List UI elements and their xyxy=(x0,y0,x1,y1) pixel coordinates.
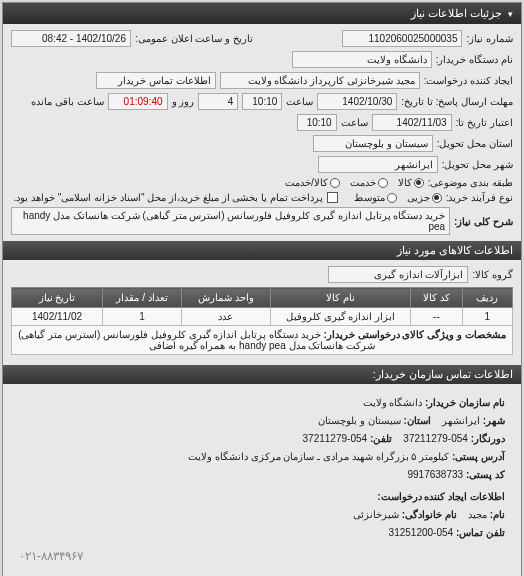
group-label: گروه کالا: xyxy=(472,269,513,280)
remain-label: ساعت باقی مانده xyxy=(31,96,104,107)
announce-value: 1402/10/26 - 08:42 xyxy=(11,30,131,47)
radio-dot-icon xyxy=(432,193,442,203)
items-table: ردیف کد کالا نام کالا واحد شمارش تعداد /… xyxy=(11,287,513,355)
cell-unit: عدد xyxy=(182,308,271,326)
response-time: 10:10 xyxy=(242,93,282,110)
contact-info-block: نام سازمان خریدار: دانشگاه ولایت شهر: ای… xyxy=(11,390,513,572)
group-value: ابزارآلات اندازه گیری xyxy=(328,266,468,283)
remain-value: 01:09:40 xyxy=(108,93,168,110)
radio-buy-low-label: متوسط xyxy=(354,192,385,203)
c-city-label: شهر: xyxy=(483,415,505,426)
radio-service-label: خدمت xyxy=(350,177,376,188)
th-qty: تعداد / مقدار xyxy=(103,288,182,308)
req-no-value: 1102060025000035 xyxy=(342,30,462,47)
announce-label: تاریخ و ساعت اعلان عمومی: xyxy=(135,33,253,44)
buyer-org-value: دانشگاه ولایت xyxy=(292,51,432,68)
time-label-1: ساعت xyxy=(286,96,313,107)
panel-header: ▾ جزئیات اطلاعات نیاز xyxy=(3,3,521,24)
radio-lc[interactable]: کالا/خدمت xyxy=(285,177,340,188)
c-org-value: دانشگاه ولایت xyxy=(363,397,423,408)
radio-dot-icon xyxy=(378,178,388,188)
city-value: ایرانشهر xyxy=(318,156,438,173)
contact-section-title: اطلاعات تماس سازمان خریدار: xyxy=(3,365,521,384)
radio-buy-mid-label: جزیی xyxy=(407,192,430,203)
c-postal-label: کد پستی: xyxy=(466,469,505,480)
c-address-value: کیلومتر ۵ بزرگراه شهید مرادی ـ سازمان مر… xyxy=(188,451,449,462)
c-tel-value: 054-31251200 xyxy=(389,527,454,538)
province-label: استان محل تحویل: xyxy=(437,138,513,149)
footer-phone: ۰۲۱-۸۸۳۴۹۶۷ xyxy=(19,546,505,568)
radio-goods[interactable]: کالا xyxy=(398,177,424,188)
table-detail-row: مشخصات و ویژگی کالای درخواستی خریدار: خر… xyxy=(12,326,513,355)
buyer-contact-chip[interactable]: اطلاعات تماس خریدار xyxy=(96,72,216,89)
panel-title: جزئیات اطلاعات نیاز xyxy=(411,7,502,20)
c-phone-value: 054-37211279 xyxy=(303,433,368,444)
c-surname-value: شیرخانزئی xyxy=(353,509,399,520)
time-label-2: ساعت xyxy=(341,117,368,128)
th-name: نام کالا xyxy=(270,288,411,308)
c-postal-value: 9917638733 xyxy=(407,469,463,480)
req-no-label: شماره نیاز: xyxy=(466,33,513,44)
c-fax-label: دورنگار: xyxy=(471,433,505,444)
c-org-label: نام سازمان خریدار: xyxy=(425,397,505,408)
c-phone-label: تلفن: xyxy=(370,433,392,444)
creator-section-label: اطلاعات ایجاد کننده درخواست: xyxy=(19,488,505,506)
radio-goods-label: کالا xyxy=(398,177,412,188)
table-header-row: ردیف کد کالا نام کالا واحد شمارش تعداد /… xyxy=(12,288,513,308)
cell-row: 1 xyxy=(462,308,512,326)
cell-date: 1402/11/02 xyxy=(12,308,103,326)
days-label: روز و xyxy=(172,96,195,107)
c-province-value: سیستان و بلوچستان xyxy=(318,415,401,426)
items-section-title: اطلاعات کالاهای مورد نیاز xyxy=(3,241,521,260)
c-address-label: آدرس پستی: xyxy=(452,451,505,462)
cell-qty: 1 xyxy=(103,308,182,326)
response-date: 1402/10/30 xyxy=(317,93,397,110)
category-label: طبقه بندی موضوعی: xyxy=(428,177,513,188)
creator-label: ایجاد کننده درخواست: xyxy=(424,75,513,86)
cell-code: -- xyxy=(411,308,462,326)
table-row[interactable]: 1 -- ابزار اندازه گیری کلروفیل عدد 1 140… xyxy=(12,308,513,326)
radio-lc-label: کالا/خدمت xyxy=(285,177,328,188)
radio-service[interactable]: خدمت xyxy=(350,177,388,188)
detail-label: مشخصات و ویژگی کالای درخواستی خریدار: xyxy=(324,329,506,340)
c-surname-label: نام خانوادگی: xyxy=(402,509,457,520)
collapse-icon[interactable]: ▾ xyxy=(508,9,513,19)
validity-time: 10:10 xyxy=(297,114,337,131)
cell-name: ابزار اندازه گیری کلروفیل xyxy=(270,308,411,326)
response-to-label: مهلت ارسال پاسخ: تا تاریخ: xyxy=(401,96,513,107)
payment-checkbox[interactable] xyxy=(327,192,338,203)
buy-type-radio-group: جزیی متوسط xyxy=(354,192,442,203)
c-fax-value: 054-37211279 xyxy=(403,433,468,444)
th-date: تاریخ نیاز xyxy=(12,288,103,308)
c-province-label: استان: xyxy=(403,415,430,426)
validity-to-label: اعتبار تاریخ تا: xyxy=(456,117,513,128)
th-code: کد کالا xyxy=(411,288,462,308)
need-title-label: شرح کلی نیاز: xyxy=(454,216,513,227)
province-value: سیستان و بلوچستان xyxy=(313,135,433,152)
city-label: شهر محل تحویل: xyxy=(442,159,513,170)
th-row: ردیف xyxy=(462,288,512,308)
creator-value: مجید شیرخانزئی کارپرداز دانشگاه ولایت xyxy=(220,72,420,89)
c-name-label: نام: xyxy=(490,509,505,520)
c-name-value: مجید xyxy=(468,509,487,520)
th-unit: واحد شمارش xyxy=(182,288,271,308)
radio-dot-icon xyxy=(387,193,397,203)
radio-buy-mid[interactable]: جزیی xyxy=(407,192,442,203)
radio-buy-low[interactable]: متوسط xyxy=(354,192,397,203)
need-title-value: خرید دستگاه پرتابل اندازه گیری کلروفیل ف… xyxy=(11,207,450,235)
radio-dot-icon xyxy=(330,178,340,188)
c-tel-label: تلفن تماس: xyxy=(456,527,505,538)
validity-date: 1402/11/03 xyxy=(372,114,452,131)
radio-dot-icon xyxy=(414,178,424,188)
c-city-value: ایرانشهر xyxy=(442,415,480,426)
days-value: 4 xyxy=(198,93,238,110)
detail-value: خرید دستگاه پرتابل اندازه گیری کلروفیل ف… xyxy=(18,329,375,351)
buyer-org-label: نام دستگاه خریدار: xyxy=(436,54,513,65)
payment-label: پرداخت تمام یا بخشی از مبلغ خرید،از محل … xyxy=(13,192,322,203)
buy-type-label: نوع فرآیند خرید: xyxy=(446,192,513,203)
category-radio-group: کالا خدمت کالا/خدمت xyxy=(285,177,424,188)
